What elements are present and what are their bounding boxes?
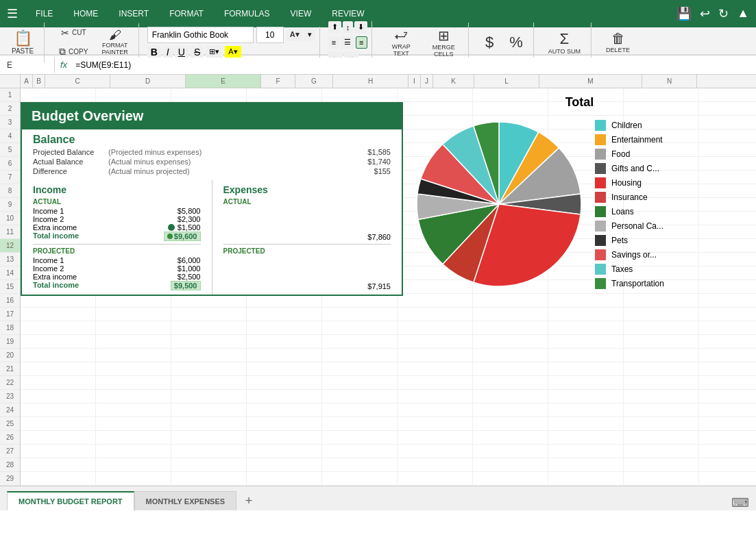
highlight-button[interactable]: A▾: [225, 46, 241, 58]
row-num-12: 12: [0, 239, 20, 253]
percent-button[interactable]: %: [503, 23, 529, 62]
format-painter-button[interactable]: 🖌 FORMATPAINTER: [95, 23, 134, 62]
menu-view[interactable]: VIEW: [286, 8, 316, 20]
paste-button[interactable]: 📋 PASTE: [5, 23, 40, 62]
hamburger-menu-icon[interactable]: ☰: [7, 6, 18, 21]
add-tab-button[interactable]: +: [239, 491, 258, 510]
legend-item-food: Food: [595, 149, 664, 160]
col-header-i: I: [409, 75, 421, 88]
row-num-28: 28: [0, 458, 20, 472]
row-num-15: 15: [0, 280, 20, 294]
budget-table: Budget Overview Balance Projected Balanc…: [21, 88, 403, 296]
expenses-title: Expenses: [223, 184, 391, 195]
legend-item-transportation: Transportation: [595, 278, 664, 289]
legend-item-taxes: Taxes: [595, 264, 664, 275]
corner-cell: [0, 75, 21, 88]
align-center-button[interactable]: ☰: [341, 36, 354, 49]
cut-icon: ✂: [61, 27, 69, 38]
expand-icon[interactable]: ▲: [737, 6, 749, 21]
income-1-projected: Income 1$6,000: [33, 256, 201, 264]
border-button[interactable]: ⊞▾: [206, 46, 223, 58]
menu-insert[interactable]: INSERT: [114, 8, 153, 20]
underline-button[interactable]: U: [175, 46, 188, 58]
menu-review[interactable]: REVIEW: [328, 8, 368, 20]
col-header-b: B: [33, 75, 45, 88]
row-num-21: 21: [0, 362, 20, 376]
menu-home[interactable]: HOME: [69, 8, 102, 20]
italic-button[interactable]: I: [163, 46, 173, 58]
merge-cells-button[interactable]: ⊞ MERGE CELLS: [423, 23, 464, 62]
row-num-6: 6: [0, 157, 20, 171]
align-left-button[interactable]: ≡: [328, 36, 339, 49]
pie-chart: [410, 115, 588, 293]
row-number-strip: 1234567891011121314151617181920212223242…: [0, 88, 21, 486]
cut-button[interactable]: ✂ CUT: [53, 24, 94, 42]
auto-sum-icon: Σ: [560, 30, 570, 48]
tabs-bar: MONTHLY BUDGET REPORT MONTHLY EXPENSES +…: [0, 486, 756, 510]
row-num-26: 26: [0, 431, 20, 445]
row-num-18: 18: [0, 321, 20, 335]
col-header-d: D: [110, 75, 186, 88]
budget-header: Budget Overview: [21, 102, 403, 129]
legend-color: [595, 134, 606, 145]
save-icon[interactable]: 💾: [676, 6, 692, 21]
actual-label: ACTUAL: [33, 198, 201, 206]
row-num-17: 17: [0, 308, 20, 321]
font-size-input[interactable]: [256, 27, 284, 43]
row-num-10: 10: [0, 212, 20, 225]
currency-icon: $: [485, 34, 493, 51]
legend-color: [595, 192, 606, 203]
menu-format[interactable]: FORMAT: [165, 8, 208, 20]
align-bottom-button[interactable]: ⬇: [354, 21, 367, 34]
legend-item-savings-or...: Savings or...: [595, 249, 664, 260]
formula-input[interactable]: [73, 58, 756, 73]
row-num-19: 19: [0, 335, 20, 349]
font-color-dropdown[interactable]: ▾: [304, 29, 315, 41]
row-num-16: 16: [0, 294, 20, 308]
col-header-c: C: [45, 75, 110, 88]
legend-color: [595, 235, 606, 246]
auto-sum-button[interactable]: Σ AUTO SUM: [542, 23, 587, 62]
currency-button[interactable]: $: [477, 23, 502, 62]
legend-item-insurance: Insurance: [595, 192, 664, 203]
bold-button[interactable]: B: [147, 46, 161, 58]
strikethrough-button[interactable]: S: [191, 46, 204, 58]
row-num-1: 1: [0, 88, 20, 102]
col-header-h: H: [333, 75, 409, 88]
align-middle-button[interactable]: ↕: [343, 21, 354, 34]
income-section: Income ACTUAL Income 1$5,800 Income 2$2,…: [22, 180, 212, 295]
chart-area: Total ChildrenEntertainmentFoodGifts and…: [403, 88, 756, 486]
wrap-text-button[interactable]: ⮐ WRAP TEXT: [380, 23, 422, 62]
undo-icon[interactable]: ↩: [700, 6, 710, 21]
menu-formulas[interactable]: FORMULAS: [220, 8, 274, 20]
row-num-13: 13: [0, 253, 20, 266]
format-painter-icon: 🖌: [109, 28, 121, 42]
font-color-button[interactable]: A▾: [286, 29, 303, 41]
redo-icon[interactable]: ↻: [718, 6, 729, 21]
chart-body: ChildrenEntertainmentFoodGifts and C...H…: [410, 115, 749, 293]
row-num-25: 25: [0, 417, 20, 431]
legend-color: [595, 177, 606, 188]
cell-reference-box[interactable]: E: [0, 58, 55, 73]
row-num-14: 14: [0, 266, 20, 280]
extra-income-actual: Extra income $1,500: [33, 223, 201, 232]
align-right-button[interactable]: ≡: [356, 36, 367, 49]
income-2-projected: Income 2$1,000: [33, 264, 201, 273]
col-header-e: E: [186, 75, 261, 88]
income-2-actual: Income 2$2,300: [33, 215, 201, 223]
top-bar-right: 💾 ↩ ↻ ▲: [676, 6, 749, 21]
legend-color: [595, 264, 606, 275]
col-header-m: M: [539, 75, 642, 88]
row-num-27: 27: [0, 445, 20, 458]
tab-monthly-expenses[interactable]: MONTHLY EXPENSES: [134, 491, 237, 510]
content-area: Budget Overview Balance Projected Balanc…: [21, 88, 756, 486]
menu-file[interactable]: FILE: [32, 8, 57, 20]
delete-button[interactable]: 🗑 DELETE: [600, 23, 636, 62]
merge-cells-icon: ⊞: [438, 27, 450, 44]
tab-monthly-budget[interactable]: MONTHLY BUDGET REPORT: [7, 491, 134, 510]
col-header-l: L: [474, 75, 539, 88]
delete-group: 🗑 DELETE: [600, 23, 636, 62]
font-name-input[interactable]: [147, 27, 254, 43]
align-top-button[interactable]: ⬆: [328, 21, 341, 34]
legend-color: [595, 206, 606, 217]
